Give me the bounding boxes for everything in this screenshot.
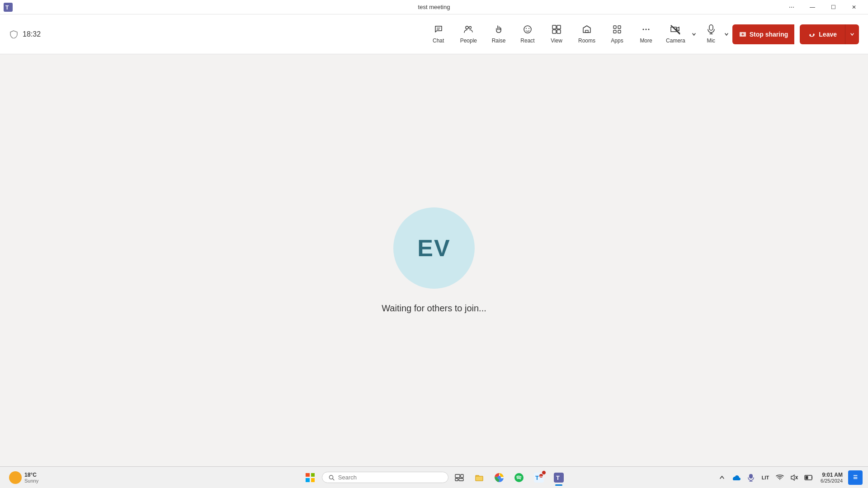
view-button[interactable]: View	[543, 19, 570, 50]
action-center-button[interactable]: ☰	[848, 470, 863, 485]
chat-button[interactable]: Chat	[425, 19, 452, 50]
main-content: EV Waiting for others to join...	[0, 54, 868, 466]
svg-rect-10	[557, 25, 561, 29]
waiting-message: Waiting for others to join...	[382, 303, 486, 314]
leave-chevron-button[interactable]	[845, 24, 859, 44]
svg-rect-29	[461, 474, 463, 478]
svg-text:T: T	[535, 474, 539, 481]
mic-chevron-button[interactable]	[722, 19, 731, 50]
taskbar-teams[interactable]: T	[550, 469, 568, 487]
apps-button[interactable]: Apps	[604, 19, 631, 50]
volume-muted-tray-icon[interactable]	[788, 471, 801, 484]
right-actions: Stop sharing Leave	[732, 24, 859, 44]
start-button[interactable]	[300, 468, 320, 488]
people-icon	[463, 24, 473, 36]
raise-button[interactable]: Raise	[485, 19, 512, 50]
mic-recording-tray-icon[interactable]	[745, 471, 757, 484]
chevron-down-icon	[724, 32, 729, 37]
taskbar: 18°C Sunny	[0, 466, 868, 488]
lit-indicator[interactable]: LIT	[759, 471, 772, 484]
mic-icon	[707, 24, 716, 36]
datetime-display[interactable]: 9:01 AM 6/25/2024	[818, 471, 845, 484]
svg-rect-22	[709, 25, 713, 30]
svg-rect-14	[613, 26, 616, 28]
title-bar-left: T	[4, 3, 13, 12]
weather-info: 18°C Sunny	[24, 472, 38, 483]
svg-line-21	[671, 25, 680, 33]
mic-group: Mic	[700, 19, 731, 50]
svg-text:T: T	[5, 5, 9, 11]
mic-tray-icon	[747, 474, 755, 482]
taskbar-chrome[interactable]	[490, 469, 508, 487]
svg-line-27	[333, 479, 334, 480]
search-input[interactable]	[338, 474, 442, 481]
svg-rect-41	[749, 474, 753, 479]
stop-sharing-button[interactable]: Stop sharing	[732, 24, 795, 44]
camera-label: Camera	[666, 38, 685, 44]
more-options-button[interactable]: ⋯	[781, 0, 802, 14]
volume-muted-icon	[790, 474, 798, 482]
action-center-icon: ☰	[853, 474, 858, 480]
minimize-button[interactable]: —	[802, 0, 823, 14]
svg-rect-31	[459, 479, 463, 481]
system-date: 6/25/2024	[821, 478, 843, 483]
close-button[interactable]: ✕	[844, 0, 864, 14]
people-label: People	[460, 38, 477, 44]
leave-label: Leave	[819, 31, 837, 38]
rooms-icon	[582, 24, 592, 36]
wifi-tray-icon[interactable]	[774, 471, 786, 484]
svg-text:new: new	[540, 475, 544, 478]
svg-point-8	[528, 28, 529, 29]
system-time: 9:01 AM	[822, 472, 843, 478]
chevron-up-icon	[719, 475, 725, 480]
shield-icon	[9, 30, 18, 39]
search-icon	[329, 474, 335, 481]
rooms-label: Rooms	[578, 38, 595, 44]
svg-rect-47	[806, 476, 808, 479]
phone-leave-icon	[808, 30, 816, 38]
search-bar[interactable]	[322, 472, 448, 483]
weather-widget[interactable]: 18°C Sunny	[5, 469, 42, 486]
more-button[interactable]: More	[632, 19, 660, 50]
meeting-toolbar: Chat People Raise	[425, 19, 859, 50]
camera-button[interactable]: Camera	[661, 19, 690, 50]
window-controls[interactable]: ⋯ — ☐ ✕	[781, 0, 864, 14]
svg-rect-16	[613, 30, 616, 33]
svg-point-6	[524, 26, 531, 33]
raise-label: Raise	[492, 38, 506, 44]
camera-chevron-button[interactable]	[690, 19, 698, 50]
react-label: React	[520, 38, 534, 44]
maximize-button[interactable]: ☐	[823, 0, 844, 14]
mic-button[interactable]: Mic	[700, 19, 722, 50]
toolbar-left: 18:32	[9, 30, 41, 39]
taskbar-task-view[interactable]	[450, 469, 468, 487]
svg-rect-28	[455, 474, 460, 478]
people-button[interactable]: People	[454, 19, 483, 50]
taskbar-file-explorer[interactable]	[470, 469, 488, 487]
svg-rect-15	[618, 26, 621, 28]
lit-label: LIT	[760, 474, 771, 481]
chevron-down-icon	[692, 32, 696, 37]
teams-icon: T	[554, 473, 564, 483]
react-button[interactable]: React	[514, 19, 541, 50]
avatar-initials: EV	[417, 235, 450, 262]
taskbar-teams-new[interactable]: T new	[530, 469, 548, 487]
rooms-button[interactable]: Rooms	[572, 19, 602, 50]
svg-point-18	[643, 29, 644, 30]
title-bar: T test meeting ⋯ — ☐ ✕	[0, 0, 868, 14]
windows-icon	[306, 473, 315, 482]
svg-rect-9	[552, 25, 556, 29]
weather-temperature: 18°C	[24, 472, 38, 478]
svg-rect-12	[557, 30, 561, 33]
leave-button[interactable]: Leave	[800, 24, 845, 44]
teams-logo-icon: T	[4, 3, 13, 12]
notification-badge	[542, 470, 546, 475]
svg-point-19	[646, 29, 647, 30]
more-icon	[641, 24, 651, 36]
tray-overflow-button[interactable]	[716, 471, 728, 484]
taskbar-spotify[interactable]	[510, 469, 528, 487]
apps-icon	[612, 24, 622, 36]
taskbar-left: 18°C Sunny	[5, 469, 42, 486]
battery-tray-icon[interactable]	[802, 471, 815, 484]
onedrive-tray-icon[interactable]	[730, 471, 743, 484]
